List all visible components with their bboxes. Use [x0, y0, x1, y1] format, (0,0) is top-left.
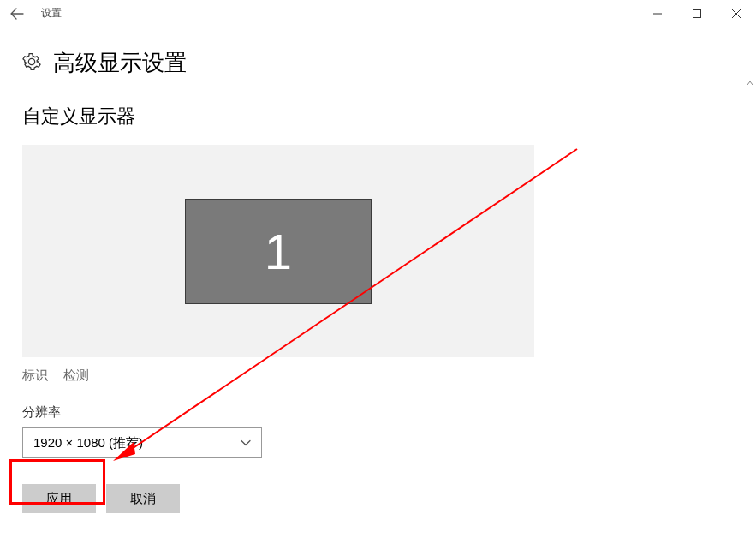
gear-icon [22, 52, 41, 75]
maximize-button[interactable] [677, 0, 717, 27]
svg-rect-0 [693, 10, 701, 18]
apply-button[interactable]: 应用 [22, 484, 96, 513]
close-icon [732, 9, 741, 18]
close-button[interactable] [717, 0, 756, 27]
page-header: 高级显示设置 [22, 48, 734, 78]
chevron-down-icon [241, 438, 251, 448]
button-row: 应用 取消 [22, 484, 734, 513]
identify-link[interactable]: 标识 [22, 368, 48, 384]
resolution-dropdown[interactable]: 1920 × 1080 (推荐) [22, 427, 262, 458]
app-title: 设置 [41, 6, 62, 21]
detect-link[interactable]: 检测 [63, 368, 89, 384]
scrollbar-up-button[interactable] [744, 77, 756, 89]
maximize-icon [693, 9, 701, 18]
cancel-button[interactable]: 取消 [106, 484, 180, 513]
back-arrow-icon [10, 7, 24, 21]
section-custom-display: 自定义显示器 [22, 104, 734, 129]
minimize-button[interactable] [638, 0, 677, 27]
page-title: 高级显示设置 [53, 48, 187, 78]
back-button[interactable] [0, 0, 34, 27]
resolution-selected-value: 1920 × 1080 (推荐) [33, 435, 143, 451]
display-preview-area: 1 [22, 145, 534, 357]
page-content: 高级显示设置 自定义显示器 1 标识 检测 分辨率 1920 × 1080 (推… [0, 27, 756, 538]
monitor-tile-1[interactable]: 1 [185, 199, 372, 304]
resolution-label: 分辨率 [22, 404, 734, 421]
titlebar: 设置 [0, 0, 756, 27]
preview-links: 标识 检测 [22, 368, 734, 384]
window-controls [638, 0, 756, 27]
monitor-number: 1 [265, 223, 292, 280]
minimize-icon [653, 9, 662, 18]
